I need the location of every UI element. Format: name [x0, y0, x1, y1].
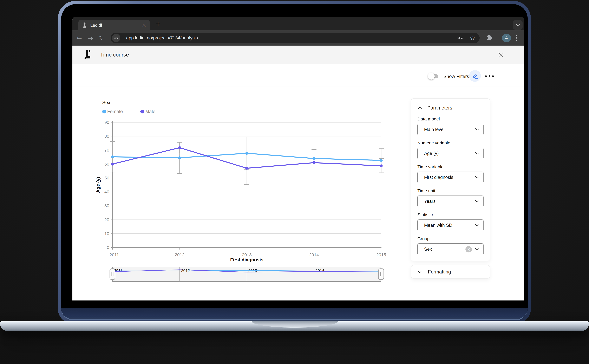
time-unit-select[interactable]: Years: [417, 195, 484, 207]
extensions-puzzle-icon[interactable]: [484, 30, 492, 46]
parameters-panel: Parameters Data model Main level Numeric…: [411, 98, 490, 261]
svg-text:60: 60: [105, 162, 109, 166]
laptop-chin: [61, 308, 528, 320]
chevron-down-icon: [515, 23, 520, 26]
app-page: Time course Show Filters: [72, 46, 524, 300]
new-tab-button[interactable]: +: [155, 20, 161, 28]
chevron-up-icon: [417, 106, 422, 109]
tab-strip: Ledidi × +: [72, 17, 524, 30]
tab-title: Ledidi: [90, 23, 142, 28]
browser-toolbar: ← → ↻ app.ledidi.n: [72, 30, 524, 46]
chevron-down-icon: [475, 176, 479, 179]
svg-text:2015: 2015: [376, 252, 386, 257]
brush-handle-right[interactable]: [379, 269, 384, 280]
svg-text:70: 70: [105, 148, 109, 152]
reload-button[interactable]: ↻: [99, 30, 104, 46]
toolbar-separator: [498, 30, 498, 46]
bookmark-star-icon[interactable]: ☆: [470, 35, 475, 41]
field-label-group: Group: [417, 236, 484, 241]
data-model-select[interactable]: Main level: [417, 124, 484, 135]
group-select[interactable]: Sex ×: [417, 243, 484, 255]
time-variable-select[interactable]: First diagnosis: [417, 172, 484, 183]
parameters-title: Parameters: [427, 105, 452, 111]
formatting-title: Formatting: [428, 269, 451, 275]
url-bar[interactable]: app.ledidi.no/projects/7134/analysis ☆: [111, 33, 480, 43]
laptop-base: [0, 321, 589, 331]
svg-text:10: 10: [105, 231, 109, 236]
avatar[interactable]: A: [502, 33, 511, 42]
url-text[interactable]: app.ledidi.no/projects/7134/analysis: [126, 35, 457, 41]
formatting-panel[interactable]: Formatting: [411, 265, 490, 279]
svg-text:2014: 2014: [315, 268, 324, 273]
browser-menu-kebab-icon[interactable]: [516, 30, 517, 46]
clear-group-icon[interactable]: ×: [465, 246, 472, 253]
svg-text:30: 30: [105, 203, 109, 208]
browser-tab-ledidi[interactable]: Ledidi ×: [78, 20, 150, 30]
laptop-lid: Ledidi × + ← → ↻: [58, 1, 531, 323]
svg-text:First diagnosis: First diagnosis: [230, 257, 263, 262]
time-range-brush[interactable]: 2011201220132014: [110, 267, 384, 281]
svg-text:20: 20: [105, 217, 109, 222]
field-label-time-unit: Time unit: [417, 188, 484, 194]
statistic-select[interactable]: Mean with SD: [417, 220, 484, 231]
ledidi-favicon: [82, 22, 87, 28]
password-key-icon[interactable]: [457, 36, 464, 40]
svg-text:90: 90: [105, 120, 109, 125]
chevron-down-icon: [475, 248, 479, 251]
svg-text:2014: 2014: [309, 252, 319, 257]
forward-button[interactable]: →: [88, 30, 93, 46]
svg-text:Age (y): Age (y): [95, 177, 101, 193]
site-settings-icon[interactable]: [112, 34, 120, 42]
laptop-screen: Ledidi × + ← → ↻: [61, 4, 528, 320]
parameters-header[interactable]: Parameters: [417, 104, 484, 111]
field-label-data-model: Data model: [417, 116, 484, 122]
svg-text:2013: 2013: [242, 252, 252, 257]
numeric-variable-select[interactable]: Age (y): [417, 148, 484, 159]
svg-text:2012: 2012: [175, 252, 185, 257]
tab-search-button[interactable]: [513, 20, 523, 30]
chevron-down-icon: [417, 270, 422, 273]
profile-avatar[interactable]: A: [502, 30, 511, 46]
field-label-numeric-variable: Numeric variable: [417, 140, 484, 146]
tab-close-icon[interactable]: ×: [142, 22, 146, 28]
brush-handle-left[interactable]: [110, 269, 115, 280]
svg-text:50: 50: [105, 176, 109, 180]
browser-window: Ledidi × + ← → ↻: [72, 17, 524, 300]
chevron-down-icon: [475, 224, 479, 227]
svg-text:2011: 2011: [110, 252, 119, 257]
svg-text:0: 0: [107, 245, 109, 250]
svg-text:40: 40: [105, 189, 109, 194]
field-label-time-variable: Time variable: [417, 164, 484, 169]
laptop-notch: [252, 321, 338, 328]
back-button[interactable]: ←: [77, 30, 82, 46]
chevron-down-icon: [475, 128, 479, 131]
svg-text:80: 80: [105, 134, 109, 139]
field-label-statistic: Statistic: [417, 212, 484, 217]
chevron-down-icon: [475, 200, 479, 203]
chevron-down-icon: [475, 152, 479, 155]
